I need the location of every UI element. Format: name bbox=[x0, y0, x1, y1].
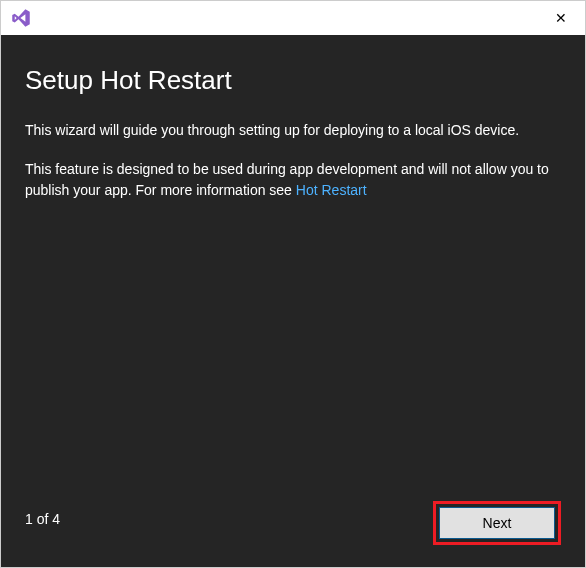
feature-text: This feature is designed to be used duri… bbox=[25, 161, 549, 198]
close-button[interactable]: ✕ bbox=[545, 2, 577, 34]
wizard-window: ✕ Setup Hot Restart This wizard will gui… bbox=[0, 0, 586, 568]
hot-restart-link[interactable]: Hot Restart bbox=[296, 182, 367, 198]
close-icon: ✕ bbox=[555, 10, 567, 26]
page-title: Setup Hot Restart bbox=[25, 65, 561, 96]
wizard-footer: 1 of 4 Next bbox=[25, 501, 561, 545]
feature-paragraph: This feature is designed to be used duri… bbox=[25, 159, 561, 201]
titlebar: ✕ bbox=[1, 1, 585, 35]
next-button[interactable]: Next bbox=[439, 507, 555, 539]
intro-paragraph: This wizard will guide you through setti… bbox=[25, 120, 561, 141]
visual-studio-icon bbox=[11, 8, 31, 28]
step-counter: 1 of 4 bbox=[25, 511, 60, 535]
next-button-highlight: Next bbox=[433, 501, 561, 545]
wizard-content: Setup Hot Restart This wizard will guide… bbox=[1, 35, 585, 567]
